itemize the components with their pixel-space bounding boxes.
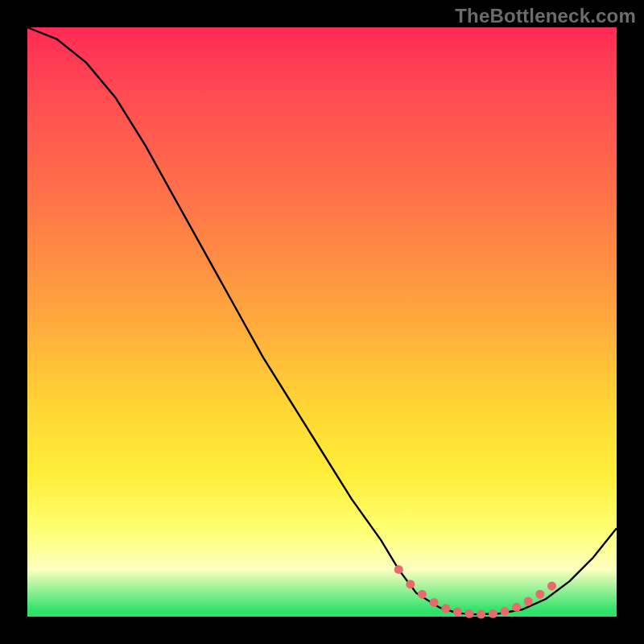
chart-svg: [27, 27, 617, 617]
highlight-dots: [394, 565, 556, 619]
plot-area: [27, 27, 617, 617]
highlight-dot: [535, 590, 544, 599]
highlight-dot: [500, 607, 509, 616]
highlight-dot: [465, 609, 474, 618]
bottleneck-curve: [27, 27, 617, 614]
highlight-dot: [489, 609, 497, 618]
watermark-text: TheBottleneck.com: [455, 5, 636, 27]
highlight-dot: [477, 610, 485, 619]
highlight-dot: [394, 565, 403, 574]
highlight-dot: [453, 608, 462, 617]
highlight-dot: [430, 598, 439, 607]
highlight-dot: [524, 597, 533, 606]
highlight-dot: [512, 603, 521, 612]
highlight-dot: [406, 580, 415, 588]
highlight-dot: [441, 604, 450, 613]
highlight-dot: [418, 590, 427, 599]
highlight-dot: [547, 581, 556, 590]
chart-frame: TheBottleneck.com: [0, 0, 644, 644]
